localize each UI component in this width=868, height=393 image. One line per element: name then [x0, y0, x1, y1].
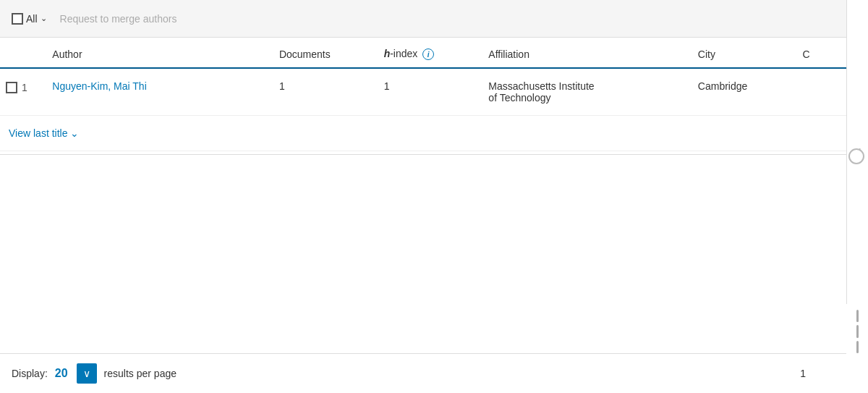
- merge-authors-button[interactable]: Request to merge authors: [60, 13, 177, 25]
- affiliation-line1: Massachusetts Institute: [488, 80, 594, 92]
- col-header-city: City: [689, 38, 794, 68]
- c-cell: [794, 68, 846, 116]
- row-checkbox[interactable]: [6, 82, 17, 93]
- col-header-num: [0, 38, 43, 68]
- col-header-author: Author: [43, 38, 271, 68]
- table-divider: [0, 154, 846, 155]
- affiliation-cell: Massachusetts Institute of Technology: [480, 68, 689, 116]
- author-cell: Nguyen-Kim, Mai Thi: [43, 68, 271, 116]
- pagination-number: 1: [800, 368, 806, 379]
- c-column-label: C: [803, 48, 810, 60]
- documents-cell: 1: [271, 68, 375, 116]
- display-count-dropdown[interactable]: ∨: [77, 363, 97, 384]
- author-name-link[interactable]: Nguyen-Kim, Mai Thi: [52, 80, 146, 92]
- col-header-documents: Documents: [271, 38, 375, 68]
- city-cell: Cambridge: [689, 68, 794, 116]
- col-header-affiliation: Affiliation: [480, 38, 689, 68]
- view-last-title-link[interactable]: View last title ⌄: [9, 127, 79, 139]
- row-checkbox-container: 1: [6, 82, 27, 93]
- results-table: Author Documents h-index i Affiliation C…: [0, 38, 846, 151]
- hindex-value: 1: [384, 80, 390, 92]
- footer: Display: 20 ∨ results per page 1: [0, 353, 846, 393]
- view-title-cell: View last title ⌄: [0, 116, 846, 151]
- display-count: 20: [55, 367, 68, 380]
- hindex-italic-label: h: [384, 48, 391, 59]
- col-header-hindex: h-index i: [375, 38, 480, 68]
- row-num-cell: 1: [0, 68, 43, 116]
- affiliation-line2: of Technology: [488, 92, 550, 103]
- drag-bar-3: [856, 341, 859, 353]
- select-all-checkbox[interactable]: [12, 13, 23, 25]
- table-header-row: Author Documents h-index i Affiliation C…: [0, 38, 846, 68]
- drag-bar-1: [856, 310, 859, 322]
- display-label: Display:: [12, 368, 48, 379]
- documents-value: 1: [279, 80, 285, 92]
- view-title-text: View last title: [9, 127, 67, 139]
- circle-icon[interactable]: [848, 148, 864, 164]
- hindex-cell: 1: [375, 68, 480, 116]
- col-header-c: C: [794, 38, 846, 68]
- view-title-row: View last title ⌄: [0, 116, 846, 151]
- main-content: Author Documents h-index i Affiliation C…: [0, 38, 846, 353]
- toolbar: All ⌄ Request to merge authors: [0, 0, 868, 38]
- select-all-control[interactable]: All ⌄: [12, 13, 47, 25]
- table-row: 1 Nguyen-Kim, Mai Thi 1 1 Massachusetts …: [0, 68, 846, 116]
- city-value: Cambridge: [698, 80, 747, 92]
- all-chevron-icon[interactable]: ⌄: [41, 14, 47, 23]
- affiliation-column-label: Affiliation: [488, 48, 529, 60]
- row-number: 1: [22, 82, 27, 93]
- view-title-chevron-icon: ⌄: [70, 127, 79, 139]
- hindex-suffix-label: -index: [390, 48, 417, 59]
- city-column-label: City: [698, 48, 715, 60]
- hindex-info-icon[interactable]: i: [422, 48, 434, 60]
- all-label: All: [26, 13, 38, 25]
- drag-handle[interactable]: [846, 310, 868, 353]
- author-column-label: Author: [52, 48, 82, 60]
- documents-column-label: Documents: [279, 48, 331, 60]
- drag-bar-2: [856, 325, 859, 337]
- dropdown-chevron-icon: ∨: [83, 368, 90, 379]
- results-per-page-label: results per page: [104, 368, 176, 379]
